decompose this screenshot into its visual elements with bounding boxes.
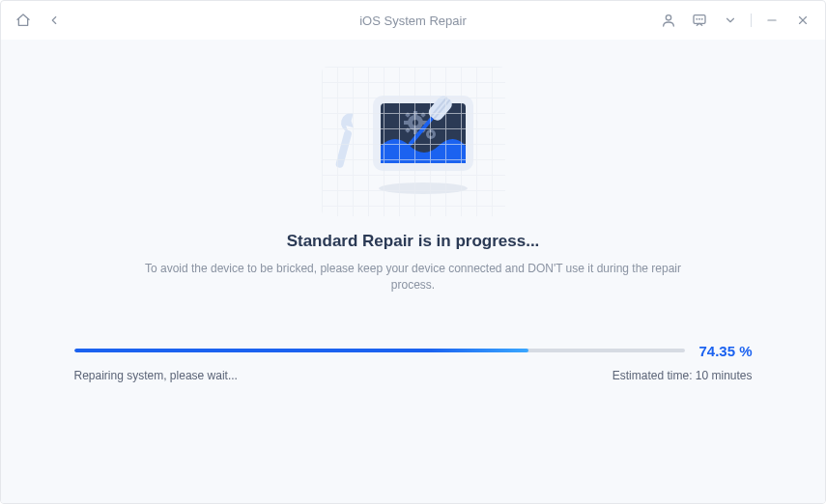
close-icon[interactable] xyxy=(792,10,813,31)
back-icon[interactable] xyxy=(43,10,65,31)
content-area: Standard Repair is in progress... To avo… xyxy=(1,40,825,503)
titlebar: iOS System Repair xyxy=(1,1,825,40)
progress-subtext: To avoid the device to be bricked, pleas… xyxy=(143,261,684,294)
progress-meta: Repairing system, please wait... Estimat… xyxy=(74,369,753,382)
titlebar-right-group xyxy=(658,10,813,31)
grid-background xyxy=(322,67,505,216)
chevron-down-icon[interactable] xyxy=(720,10,741,31)
progress-fill xyxy=(74,349,529,352)
separator xyxy=(751,14,752,27)
home-icon[interactable] xyxy=(13,10,34,31)
svg-point-3 xyxy=(699,18,700,19)
progress-percent: 74.35 % xyxy=(698,343,752,359)
svg-point-0 xyxy=(666,15,670,20)
progress-row: 74.35 % xyxy=(74,343,753,359)
progress-status: Repairing system, please wait... xyxy=(74,369,238,382)
progress-bar xyxy=(74,349,686,352)
progress-estimate: Estimated time: 10 minutes xyxy=(612,369,753,382)
app-window: iOS System Repair xyxy=(0,0,826,504)
titlebar-left-group xyxy=(13,10,65,31)
svg-point-4 xyxy=(701,18,702,19)
repair-illustration xyxy=(322,67,505,216)
window-title: iOS System Repair xyxy=(359,14,467,28)
feedback-icon[interactable] xyxy=(689,10,710,31)
progress-heading: Standard Repair is in progress... xyxy=(287,232,540,251)
minimize-icon[interactable] xyxy=(761,10,783,31)
progress-area: 74.35 % Repairing system, please wait...… xyxy=(74,343,753,382)
user-icon[interactable] xyxy=(658,10,679,31)
svg-point-2 xyxy=(697,18,698,19)
